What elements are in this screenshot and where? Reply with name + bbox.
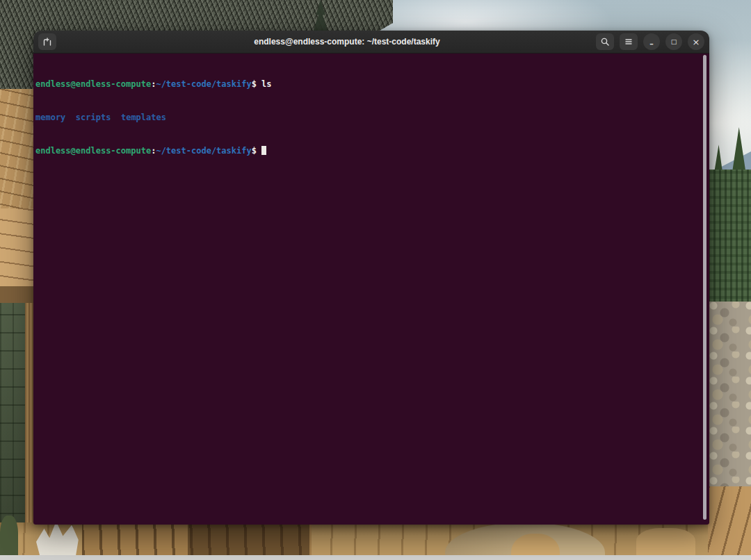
minimize-button[interactable]: – xyxy=(643,33,660,50)
minimize-icon: – xyxy=(649,40,654,48)
desktop-background: endless@endless-compute: ~/test-code/tas… xyxy=(0,0,751,560)
directory-entry: memory xyxy=(35,113,65,122)
close-icon: × xyxy=(693,38,700,47)
wallpaper-wood-boxes xyxy=(708,486,751,560)
terminal-content[interactable]: endless@endless-compute:~/test-code/task… xyxy=(33,53,709,525)
directory-entry: templates xyxy=(121,113,166,122)
search-icon xyxy=(600,37,610,47)
wallpaper-forest xyxy=(708,170,751,307)
text-cursor xyxy=(261,146,266,155)
wallpaper-rocky-slope xyxy=(708,302,751,491)
maximize-button[interactable]: □ xyxy=(665,33,682,50)
tab-new-icon xyxy=(42,37,52,47)
prompt-user: endless@endless-compute xyxy=(35,146,151,156)
wallpaper-plant xyxy=(0,516,18,560)
maximize-icon: □ xyxy=(671,39,677,45)
terminal-line-command: endless@endless-compute:~/test-code/task… xyxy=(35,79,700,90)
terminal-line-prompt: endless@endless-compute:~/test-code/task… xyxy=(35,145,700,156)
terminal-line-output: memoryscriptstemplates xyxy=(35,112,700,123)
new-tab-button[interactable] xyxy=(38,33,56,50)
terminal-scrollbar[interactable] xyxy=(703,55,706,520)
prompt-symbol: $ xyxy=(252,146,257,156)
prompt-path: ~/test-code/taskify xyxy=(156,79,251,89)
prompt-user: endless@endless-compute xyxy=(35,79,151,89)
search-button[interactable] xyxy=(596,33,614,50)
hamburger-menu-icon xyxy=(624,37,633,47)
prompt-symbol: $ xyxy=(252,79,257,89)
close-button[interactable]: × xyxy=(688,33,704,50)
titlebar[interactable]: endless@endless-compute: ~/test-code/tas… xyxy=(33,31,709,53)
terminal-window: endless@endless-compute: ~/test-code/tas… xyxy=(33,31,709,525)
menu-button[interactable] xyxy=(620,33,638,50)
typed-command: ls xyxy=(261,79,271,89)
wallpaper-dark-posts xyxy=(188,522,309,560)
directory-entry: scripts xyxy=(76,113,111,122)
bottom-edge-bar xyxy=(0,555,751,560)
prompt-path: ~/test-code/taskify xyxy=(156,146,251,156)
window-title: endless@endless-compute: ~/test-code/tas… xyxy=(117,31,577,53)
